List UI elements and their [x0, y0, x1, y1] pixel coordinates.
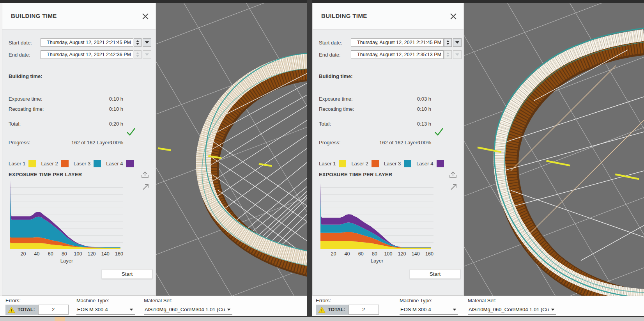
close-icon[interactable] — [141, 12, 150, 21]
x-tick-label: 160 — [425, 251, 433, 257]
progress-layers: 162 of 162 Layers — [379, 140, 420, 145]
start-date-field[interactable]: Thursday, August 12, 2021 2:21:45 PM — [351, 38, 444, 47]
success-check-icon — [126, 127, 136, 137]
error-count-field[interactable]: 2 — [38, 305, 69, 315]
x-tick-label: 20 — [20, 251, 26, 257]
laser3-label: Laser 3 — [74, 161, 90, 167]
start-date-label: Start date: — [9, 40, 32, 46]
warning-box: TOTAL: — [316, 305, 349, 315]
start-date-label: Start date: — [319, 40, 342, 46]
start-date-spinner[interactable] — [134, 38, 142, 47]
laser2-swatch — [372, 160, 379, 167]
exposure-time-value: 0:03 h — [417, 96, 431, 102]
laser1-label: Laser 1 — [319, 161, 336, 167]
start-date-dropdown-icon[interactable] — [453, 38, 462, 47]
end-date-field[interactable]: Thursday, August 12, 2021 2:35:13 PM — [351, 50, 444, 59]
warning-icon — [318, 307, 326, 313]
legend-item-laser3: Laser 3 — [74, 160, 101, 167]
warning-box: TOTAL: — [5, 305, 38, 315]
chart-x-axis-label: Layer — [10, 258, 123, 264]
3d-scene-left — [156, 3, 307, 296]
material-set-value: AlSi10Mg_060_CoreM304 1.01 (Cu — [145, 307, 225, 312]
machine-type-label: Machine Type: — [76, 298, 109, 303]
viewport-3d-left[interactable] — [156, 3, 307, 296]
x-tick-label: 100 — [74, 251, 82, 257]
screenshot-divider — [307, 0, 312, 321]
laser1-label: Laser 1 — [9, 161, 25, 167]
x-tick-label: 60 — [48, 251, 53, 257]
start-date-spinner[interactable] — [444, 38, 452, 47]
legend-item-laser4: Laser 4 — [416, 160, 444, 167]
start-date-dropdown-icon[interactable] — [143, 38, 151, 47]
screen: BUILDING TIME Start date: Thursday, Augu… — [0, 0, 644, 321]
legend-item-laser3: Laser 3 — [384, 160, 411, 167]
material-set-select[interactable]: AlSi10Mg_060_CoreM304 1.01 (Cu — [468, 305, 556, 315]
total-label: TOTAL: — [328, 307, 345, 312]
material-set-value: AlSi10Mg_060_CoreM304 1.01 (Cu — [469, 307, 549, 312]
total-label: TOTAL: — [18, 307, 35, 312]
expand-chart-icon[interactable] — [449, 183, 458, 191]
end-date-dropdown-icon — [143, 50, 151, 59]
machine-type-select[interactable]: EOS M 300-4 — [400, 305, 458, 315]
start-button[interactable]: Start — [410, 269, 460, 279]
x-tick-label: 140 — [412, 251, 420, 257]
expand-chart-icon[interactable] — [142, 183, 150, 191]
laser-legend: Laser 1 Laser 2 Laser 3 Laser 4 — [319, 160, 444, 167]
recoating-time-label: Recoating time: — [319, 106, 354, 112]
legend-item-laser1: Laser 1 — [319, 160, 346, 167]
dialog-title: BUILDING TIME — [321, 12, 367, 19]
exposure-time-chart — [10, 180, 123, 250]
close-icon[interactable] — [449, 12, 458, 21]
chevron-down-icon — [551, 309, 555, 310]
start-button[interactable]: Start — [102, 269, 152, 279]
end-date-spinner — [444, 50, 452, 59]
laser3-swatch — [404, 160, 411, 167]
progress-layers: 162 of 162 Layers — [71, 140, 112, 145]
start-date-field[interactable]: Thursday, August 12, 2021 2:21:45 PM — [41, 38, 133, 47]
total-label: Total: — [319, 121, 331, 127]
export-chart-icon[interactable] — [141, 171, 149, 179]
chevron-down-icon — [130, 309, 133, 310]
legend-item-laser2: Laser 2 — [41, 160, 68, 167]
laser4-label: Laser 4 — [416, 161, 433, 167]
x-tick-label: 40 — [34, 251, 40, 257]
chart-title: EXPOSURE TIME PER LAYER — [319, 172, 392, 177]
dialog-header: BUILDING TIME — [313, 3, 464, 30]
building-time-dialog-left: BUILDING TIME Start date: Thursday, Augu… — [2, 3, 156, 296]
material-set-select[interactable]: AlSi10Mg_060_CoreM304 1.01 (Cu — [144, 305, 232, 315]
viewport-3d-right[interactable] — [464, 3, 644, 296]
material-set-label: Material Set: — [144, 298, 172, 303]
progress-percent: 100% — [418, 140, 431, 145]
laser-legend: Laser 1 Laser 2 Laser 3 Laser 4 — [9, 160, 134, 167]
laser1-swatch — [339, 160, 346, 167]
laser2-label: Laser 2 — [41, 161, 58, 167]
chart-x-axis: 20406080100120140160 — [320, 251, 433, 257]
x-tick-label: 40 — [345, 251, 350, 257]
laser4-label: Laser 4 — [106, 161, 123, 167]
progress-label: Progress: — [9, 140, 30, 145]
recoating-time-label: Recoating time: — [9, 106, 44, 112]
chart-x-axis: 20406080100120140160 — [10, 251, 123, 257]
total-label: Total: — [9, 121, 21, 127]
success-check-icon — [434, 127, 444, 137]
x-tick-label: 60 — [358, 251, 364, 257]
laser1-swatch — [28, 160, 36, 167]
end-date-label: End date: — [9, 52, 30, 58]
chart-x-axis-label: Layer — [320, 258, 433, 264]
error-count-field[interactable]: 2 — [349, 305, 379, 315]
x-tick-label: 100 — [384, 251, 393, 257]
machine-type-select[interactable]: EOS M 300-4 — [76, 305, 135, 315]
chart-title: EXPOSURE TIME PER LAYER — [9, 172, 82, 177]
export-chart-icon[interactable] — [449, 171, 457, 179]
laser3-label: Laser 3 — [384, 161, 401, 167]
status-bar-right: Errors: TOTAL: 2 Machine Type: EOS M 300… — [312, 296, 644, 316]
end-date-field[interactable]: Thursday, August 12, 2021 2:42:36 PM — [41, 50, 133, 59]
laser2-label: Laser 2 — [351, 161, 368, 167]
status-bar-left: Errors: TOTAL: 2 Machine Type: EOS M 300… — [0, 296, 307, 316]
dialog-header: BUILDING TIME — [2, 3, 156, 30]
material-set-label: Material Set: — [468, 298, 496, 303]
end-date-label: End date: — [319, 52, 341, 58]
end-date-spinner — [134, 50, 142, 59]
bottom-window-strip — [0, 316, 644, 321]
progress-percent: 100% — [110, 140, 123, 145]
